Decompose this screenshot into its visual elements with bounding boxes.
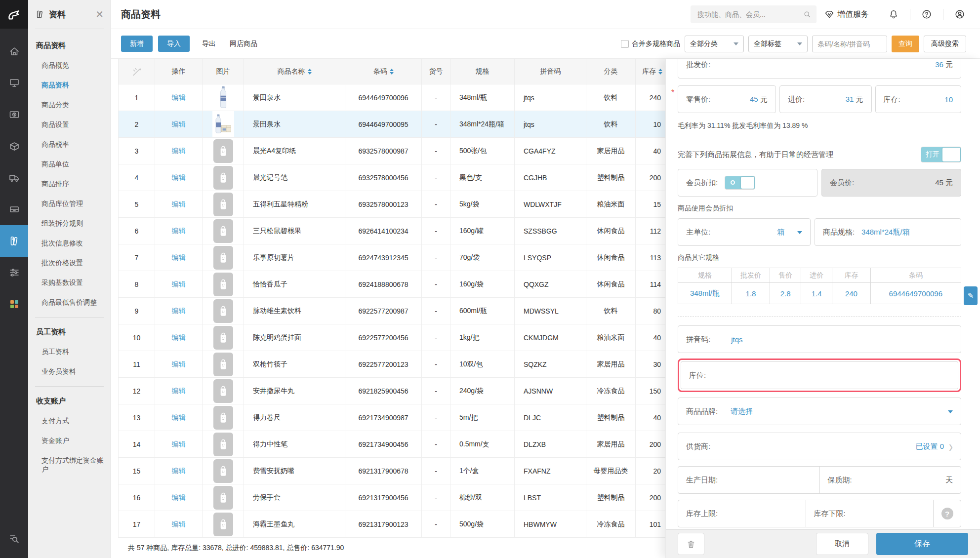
inventory-icon[interactable] <box>0 130 28 162</box>
search-menu-icon[interactable] <box>0 526 28 551</box>
edit-link[interactable]: 编辑 <box>172 227 186 235</box>
product-spec-field[interactable]: 商品规格: 348ml*24瓶/箱 <box>815 218 961 246</box>
edit-link[interactable]: 编辑 <box>172 173 186 181</box>
column-header-stock[interactable]: 库存 <box>636 59 669 84</box>
sort-icon[interactable] <box>390 69 394 75</box>
edit-link[interactable]: 编辑 <box>172 200 186 208</box>
wholesale-price-field[interactable]: 批发价: 36 元 <box>678 59 961 79</box>
column-header-name[interactable]: 商品名称 <box>244 59 345 84</box>
home-icon[interactable] <box>0 36 28 67</box>
sidebar-item[interactable]: 商品资料 <box>28 75 111 95</box>
sidebar-item[interactable]: 组装拆分规则 <box>28 213 111 233</box>
table-row[interactable]: 6编辑三只松鼠碧根果6926414100234-160g/罐SZSSBGG休闲食… <box>119 218 692 244</box>
table-row[interactable]: 9编辑脉动维生素饮料6922577200987-600ml/瓶MDWSSYL饮料… <box>119 298 692 324</box>
stock-upper-field[interactable]: 库存上限: <box>678 500 806 527</box>
spec-cell[interactable]: 240 <box>832 283 870 304</box>
export-link[interactable]: 导出 <box>202 40 216 48</box>
global-search[interactable] <box>691 5 817 23</box>
table-row[interactable]: 7编辑乐事原切薯片6924743912345-70g/袋LSYQSP休闲食品11… <box>119 244 692 271</box>
edit-spec-button[interactable]: ✎ <box>964 286 978 305</box>
save-button[interactable]: 保存 <box>876 533 968 555</box>
online-goods-link[interactable]: 网店商品 <box>230 40 257 48</box>
edit-link[interactable]: 编辑 <box>172 387 186 395</box>
global-search-input[interactable] <box>697 10 803 18</box>
spec-cell[interactable]: 2.8 <box>770 283 801 304</box>
table-row[interactable]: 11编辑双枪竹筷子6922577200123-10双/包SQZKZ家居用品30 <box>119 351 692 378</box>
edit-link[interactable]: 编辑 <box>172 413 186 421</box>
spec-cell[interactable]: 6944649700096 <box>870 283 961 304</box>
user-account-icon[interactable] <box>951 6 968 23</box>
pos-icon[interactable] <box>0 67 28 99</box>
table-row[interactable]: 15编辑费雪安抚奶嘴6921317900678-1个/盒FXAFNZ母婴用品类2… <box>119 458 692 484</box>
close-icon[interactable]: ✕ <box>95 9 104 19</box>
import-button[interactable]: 导入 <box>158 36 190 52</box>
sidebar-item[interactable]: 商品概览 <box>28 55 111 75</box>
delete-button[interactable] <box>678 533 704 555</box>
edit-link[interactable]: 编辑 <box>172 253 186 261</box>
advanced-search-button[interactable]: 高级搜索 <box>924 36 966 52</box>
edit-link[interactable]: 编辑 <box>172 333 186 341</box>
spec-cell[interactable]: 348ml/瓶 <box>678 283 732 304</box>
edit-link[interactable]: 编辑 <box>172 307 186 315</box>
sidebar-item[interactable]: 业务员资料 <box>28 361 111 381</box>
sidebar-item[interactable]: 员工资料 <box>28 342 111 361</box>
query-button[interactable]: 查询 <box>892 36 919 52</box>
sidebar-item[interactable]: 商品税率 <box>28 134 111 154</box>
brand-select[interactable]: 商品品牌: 请选择 <box>678 398 961 425</box>
edit-link[interactable]: 编辑 <box>172 520 186 528</box>
pinyin-field[interactable]: 拼音码: jtqs <box>678 325 961 353</box>
edit-link[interactable]: 编辑 <box>172 93 186 101</box>
column-header-barcode[interactable]: 条码 <box>345 59 422 84</box>
main-unit-select[interactable]: 主单位: 箱 <box>678 218 811 246</box>
member-discount-field[interactable]: 会员折扣: <box>678 169 817 197</box>
spec-cell[interactable]: 1.4 <box>801 283 832 304</box>
table-row[interactable]: 1编辑景田泉水6944649700096-348ml/瓶jtqs饮料240 <box>119 84 692 111</box>
table-row[interactable]: 10编辑陈克明鸡蛋挂面6922577200456-1kg/把CKMJDGM粮油米… <box>119 324 692 351</box>
purchase-price-field[interactable]: 进价: 31 元 <box>779 85 872 113</box>
edit-link[interactable]: 编辑 <box>172 147 186 155</box>
spec-cell[interactable]: 1.8 <box>732 283 770 304</box>
edit-link[interactable]: 编辑 <box>172 467 186 475</box>
keyword-input[interactable] <box>812 36 887 52</box>
shelf-life-field[interactable]: 保质期: 天 <box>819 467 961 493</box>
table-row[interactable]: 17编辑海霸王墨鱼丸6921317900123-500g/袋HBWMYW冷冻食品… <box>119 511 692 538</box>
apps-icon[interactable] <box>0 288 28 320</box>
table-row[interactable]: 14编辑得力中性笔6921734900456-0.5mm/支DLZXB家居用品2… <box>119 431 692 458</box>
member-discount-toggle[interactable] <box>725 176 755 190</box>
sidebar-item[interactable]: 批次信息修改 <box>28 233 111 253</box>
app-logo[interactable] <box>0 0 28 29</box>
sidebar-item[interactable]: 商品最低售价调整 <box>28 292 111 312</box>
add-button[interactable]: 新增 <box>121 36 153 52</box>
table-row[interactable]: 2编辑景田泉水6944649700095-348ml*24瓶/箱jtqs饮料10 <box>119 111 692 138</box>
value-added-services[interactable]: 增值服务 <box>824 9 869 20</box>
notifications-bell-icon[interactable] <box>885 6 902 23</box>
table-row[interactable]: 12编辑安井撒尿牛丸6921825900456-240g/袋AJSNNW冷冻食品… <box>119 378 692 404</box>
sidebar-item[interactable]: 支付方式绑定资金账户 <box>28 450 111 479</box>
stock-lower-field[interactable]: 库存下限: <box>806 500 934 527</box>
table-row[interactable]: 3编辑晨光A4复印纸6932578000987-500张/包CGA4FYZ家居用… <box>119 138 692 164</box>
stock-field[interactable]: 库存: 10 <box>875 85 961 113</box>
merge-spec-checkbox[interactable]: 合并多规格商品 <box>621 40 680 48</box>
expand-toggle[interactable]: 打开 <box>921 147 961 162</box>
tag-filter-select[interactable]: 全部标签 <box>748 36 808 52</box>
cash-drawer-icon[interactable] <box>0 194 28 225</box>
sidebar-item[interactable]: 采购基数设置 <box>28 273 111 292</box>
table-row[interactable]: 16编辑劳保手套6921317900456-棉纱/双LBST塑料制品200C <box>119 484 692 511</box>
data-icon[interactable] <box>0 225 28 257</box>
sidebar-item[interactable]: 批次价格设置 <box>28 253 111 273</box>
retail-price-field[interactable]: 零售价: 45 元 <box>678 85 776 113</box>
stock-limit-help[interactable]: ? <box>933 500 961 527</box>
settings-icon[interactable] <box>0 257 28 288</box>
checkbox-icon[interactable] <box>621 40 629 48</box>
cancel-button[interactable]: 取消 <box>816 533 868 555</box>
table-row[interactable]: 5编辑五得利五星特精粉6932578000123-5kg/袋WDLWXTJF粮油… <box>119 191 692 218</box>
sidebar-item[interactable]: 商品排序 <box>28 174 111 194</box>
table-row[interactable]: 8编辑恰恰香瓜子6924188800678-160g/袋QQXGZ休闲食品114 <box>119 271 692 298</box>
supplier-field[interactable]: 供货商: 已设置 0 › <box>678 433 961 460</box>
sidebar-item[interactable]: 资金账户 <box>28 431 111 450</box>
sidebar-item[interactable]: 商品单位 <box>28 154 111 174</box>
sidebar-item[interactable]: 商品分类 <box>28 95 111 115</box>
sidebar-item[interactable]: 支付方式 <box>28 411 111 431</box>
finance-icon[interactable] <box>0 99 28 130</box>
delivery-icon[interactable] <box>0 162 28 194</box>
